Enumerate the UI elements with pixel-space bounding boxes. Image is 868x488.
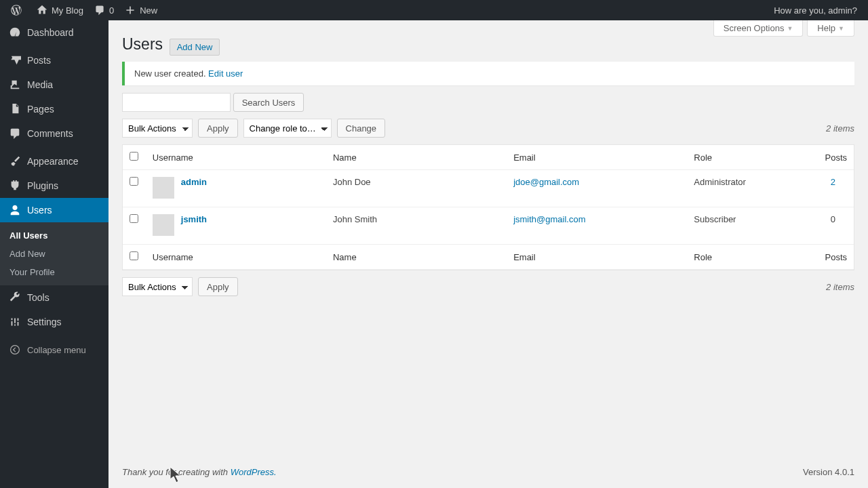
table-row: admin John Doe jdoe@gmail.com Administra… bbox=[123, 170, 854, 207]
col-username[interactable]: Username bbox=[146, 145, 326, 170]
help-button[interactable]: Help▼ bbox=[807, 20, 854, 37]
site-name-text: My Blog bbox=[52, 5, 83, 16]
email-link[interactable]: jsmith@gmail.com bbox=[513, 214, 585, 224]
dashboard-icon bbox=[8, 26, 22, 39]
menu-label: Media bbox=[27, 79, 53, 90]
role-cell: Subscriber bbox=[687, 207, 812, 245]
menu-dashboard[interactable]: Dashboard bbox=[0, 20, 108, 45]
wrench-icon bbox=[8, 291, 22, 304]
notice-text: New user created. bbox=[134, 68, 208, 79]
submenu-all-users[interactable]: All Users bbox=[0, 226, 108, 245]
menu-media[interactable]: Media bbox=[0, 73, 108, 97]
users-table: Username Name Email Role Posts admin Joh… bbox=[122, 144, 854, 270]
sliders-icon bbox=[8, 315, 22, 329]
avatar bbox=[153, 214, 174, 236]
site-name-link[interactable]: My Blog bbox=[31, 0, 89, 20]
menu-label: Comments bbox=[27, 128, 73, 139]
comment-icon bbox=[8, 127, 22, 140]
greeting-text: How are you, admin? bbox=[774, 5, 857, 16]
comments-count: 0 bbox=[109, 5, 114, 16]
select-all-bottom[interactable] bbox=[130, 251, 138, 260]
success-notice: New user created. Edit user bbox=[122, 62, 854, 85]
chevron-down-icon: ▼ bbox=[787, 25, 793, 32]
items-count: 2 items bbox=[826, 282, 854, 292]
name-cell: John Doe bbox=[326, 170, 507, 207]
select-all-top[interactable] bbox=[130, 152, 138, 161]
row-checkbox[interactable] bbox=[130, 214, 138, 223]
menu-users[interactable]: Users bbox=[0, 198, 108, 222]
plus-icon bbox=[125, 5, 136, 16]
menu-label: Dashboard bbox=[27, 27, 74, 38]
plugin-icon bbox=[8, 179, 22, 192]
wp-logo[interactable] bbox=[5, 0, 31, 20]
new-content-link[interactable]: New bbox=[119, 0, 163, 20]
posts-cell: 2 bbox=[812, 170, 854, 207]
apply-bulk-bottom[interactable]: Apply bbox=[198, 277, 238, 296]
submenu-your-profile[interactable]: Your Profile bbox=[0, 263, 108, 281]
bulk-actions-select-bottom[interactable]: Bulk Actions bbox=[122, 277, 193, 296]
page-icon bbox=[8, 102, 22, 116]
collapse-icon bbox=[8, 343, 22, 357]
col-role[interactable]: Role bbox=[687, 245, 812, 270]
footer-thank-you: Thank you for creating with WordPress. bbox=[122, 467, 277, 477]
avatar bbox=[153, 177, 174, 199]
comments-link[interactable]: 0 bbox=[89, 0, 119, 20]
new-content-text: New bbox=[140, 5, 157, 16]
screen-options-button[interactable]: Screen Options▼ bbox=[713, 20, 804, 37]
menu-label: Pages bbox=[27, 104, 54, 115]
menu-settings[interactable]: Settings bbox=[0, 310, 108, 334]
media-icon bbox=[8, 78, 22, 92]
wordpress-link[interactable]: WordPress. bbox=[231, 467, 277, 477]
page-title: Users bbox=[122, 35, 163, 54]
bulk-actions-select-top[interactable]: Bulk Actions bbox=[122, 119, 193, 138]
menu-label: Settings bbox=[27, 317, 62, 327]
chevron-down-icon: ▼ bbox=[838, 25, 844, 32]
comment-icon bbox=[94, 5, 105, 16]
col-posts[interactable]: Posts bbox=[812, 145, 854, 170]
menu-comments[interactable]: Comments bbox=[0, 121, 108, 146]
apply-bulk-top[interactable]: Apply bbox=[198, 119, 238, 138]
submenu-add-new-user[interactable]: Add New bbox=[0, 245, 108, 263]
change-role-select[interactable]: Change role to… bbox=[243, 119, 332, 138]
search-users-input[interactable] bbox=[122, 93, 231, 112]
username-link[interactable]: admin bbox=[181, 177, 207, 187]
posts-link[interactable]: 2 bbox=[831, 177, 835, 187]
menu-label: Posts bbox=[27, 55, 51, 66]
collapse-label: Collapse menu bbox=[27, 345, 86, 355]
brush-icon bbox=[8, 155, 22, 168]
home-icon bbox=[37, 5, 47, 16]
wordpress-icon bbox=[11, 5, 22, 16]
menu-label: Users bbox=[27, 205, 52, 216]
menu-tools[interactable]: Tools bbox=[0, 285, 108, 310]
col-username[interactable]: Username bbox=[146, 245, 326, 270]
menu-posts[interactable]: Posts bbox=[0, 48, 108, 73]
col-email[interactable]: Email bbox=[507, 145, 687, 170]
search-users-button[interactable]: Search Users bbox=[233, 93, 304, 112]
col-name[interactable]: Name bbox=[326, 145, 507, 170]
collapse-menu[interactable]: Collapse menu bbox=[0, 338, 108, 362]
svg-point-0 bbox=[11, 346, 20, 354]
col-posts[interactable]: Posts bbox=[812, 245, 854, 270]
email-link[interactable]: jdoe@gmail.com bbox=[513, 177, 579, 187]
pin-icon bbox=[8, 54, 22, 67]
row-checkbox[interactable] bbox=[130, 177, 138, 186]
change-role-button[interactable]: Change bbox=[337, 119, 386, 138]
user-icon bbox=[8, 203, 22, 217]
version-text: Version 4.0.1 bbox=[803, 467, 854, 477]
col-role[interactable]: Role bbox=[687, 145, 812, 170]
menu-label: Plugins bbox=[27, 180, 58, 191]
col-name[interactable]: Name bbox=[326, 245, 507, 270]
posts-cell: 0 bbox=[812, 207, 854, 245]
table-row: jsmith John Smith jsmith@gmail.com Subsc… bbox=[123, 207, 854, 245]
menu-appearance[interactable]: Appearance bbox=[0, 149, 108, 174]
edit-user-link[interactable]: Edit user bbox=[208, 68, 243, 79]
menu-pages[interactable]: Pages bbox=[0, 97, 108, 121]
add-new-user-button[interactable]: Add New bbox=[170, 39, 220, 56]
menu-plugins[interactable]: Plugins bbox=[0, 174, 108, 198]
items-count: 2 items bbox=[826, 123, 854, 134]
account-link[interactable]: How are you, admin? bbox=[768, 0, 863, 20]
col-email[interactable]: Email bbox=[507, 245, 687, 270]
username-link[interactable]: jsmith bbox=[181, 214, 207, 224]
menu-label: Appearance bbox=[27, 156, 79, 167]
name-cell: John Smith bbox=[326, 207, 507, 245]
